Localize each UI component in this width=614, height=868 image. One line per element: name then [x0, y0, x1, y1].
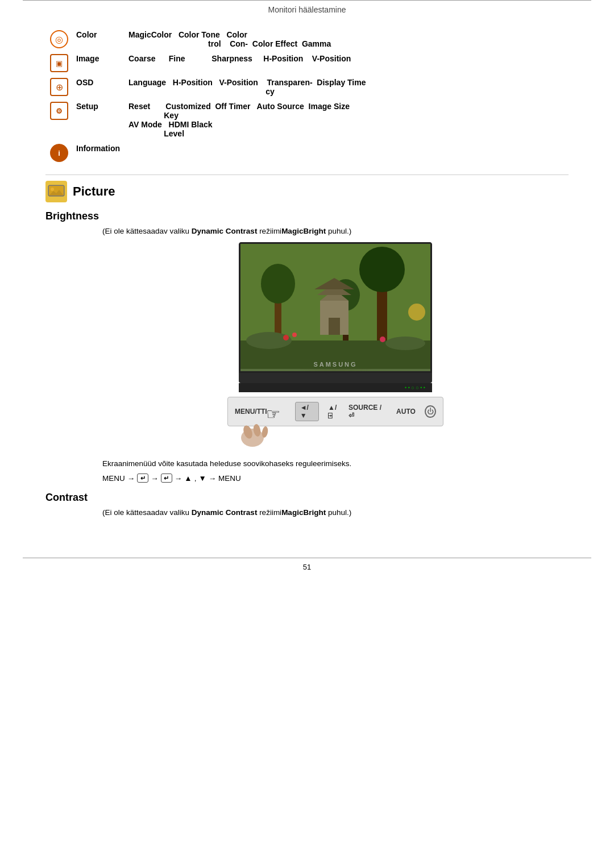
content-area: ◎ Color MagicColor Color Tone Color trol… [0, 21, 614, 546]
arrow-right-2: → [151, 474, 159, 483]
svg-point-21 [380, 337, 385, 342]
image-icon: ▣ [50, 54, 68, 72]
picture-icon [45, 181, 67, 202]
setup-label: Setup [73, 99, 124, 140]
monitor-screen-inner: SAMSUNG [240, 244, 430, 371]
svg-point-17 [246, 332, 292, 349]
contrast-content: (Ei ole kättesaadav valiku Dynamic Contr… [45, 508, 569, 517]
menu-row-color: ◎ Color MagicColor Color Tone Color trol… [47, 28, 567, 51]
contrast-bold1: Dynamic Contrast [192, 508, 258, 517]
page-footer: 51 [23, 558, 591, 571]
osd-label: OSD [73, 76, 124, 98]
hand-pointing-area [227, 422, 443, 450]
hand-svg [235, 422, 275, 450]
svg-point-9 [359, 247, 405, 292]
ctrl-power-button[interactable]: ⏻ [425, 405, 436, 418]
setup-items: Reset Customized Off Timer Auto Source I… [125, 99, 567, 140]
svg-point-20 [292, 333, 297, 337]
osd-icon-cell: ⊕ [47, 76, 72, 98]
brightness-body-text: Ekraanimenüüd võite kasutada heleduse so… [102, 459, 569, 468]
menu-row-information: i Information [47, 142, 567, 164]
image-items: Coarse Fine Sharpness H-Position V-Posit… [125, 52, 567, 74]
color-items: MagicColor Color Tone Color trol Con- Co… [125, 28, 567, 51]
menu-row-setup: ⚙ Setup Reset Customized Off Timer Auto … [47, 99, 567, 140]
screen-content-svg [240, 244, 430, 369]
monitor-status-leds: • • ○ ○ • • [405, 385, 425, 391]
ctrl-auto-label: AUTO [396, 408, 416, 416]
svg-rect-15 [329, 318, 340, 335]
brightness-formula: MENU → ↵ → ↵ → ▲ , ▼ → MENU [102, 474, 569, 483]
svg-point-22 [408, 304, 425, 321]
svg-point-18 [385, 337, 425, 350]
monitor-screen: SAMSUNG [239, 242, 432, 373]
arrow-right-1: → [127, 474, 135, 483]
menu-row-osd: ⊕ OSD Language H-Position V-Position Tra… [47, 76, 567, 98]
contrast-bold2: MagicBright [281, 508, 326, 517]
down-arrow: ▼ [198, 474, 206, 483]
monitor-base: • • ○ ○ • • [239, 383, 432, 392]
information-label: Information [73, 142, 124, 164]
ctrl-source-label: SOURCE / ⏎ [349, 404, 385, 420]
monitor-brand-text: SAMSUNG [313, 361, 357, 368]
ctrl-label-up: ▲/⍈ [328, 404, 339, 420]
settings-menu-table: ◎ Color MagicColor Color Tone Color trol… [45, 27, 569, 165]
svg-point-8 [261, 264, 295, 304]
arrow-right-3: → [175, 474, 182, 483]
page-title: Monitori häälestamine [268, 5, 346, 14]
image-label: Image [73, 52, 124, 74]
hand-pointer-icon: ☞ [266, 405, 280, 423]
brightness-content: (Ei ole kättesaadav valiku Dynamic Contr… [45, 227, 569, 483]
svg-point-19 [283, 335, 289, 340]
color-label: Color [73, 28, 124, 51]
svg-point-2 [51, 188, 54, 191]
brightness-bold2: MagicBright [281, 227, 326, 235]
setup-icon: ⚙ [50, 102, 68, 120]
picture-title: Picture [73, 184, 115, 199]
enter-btn-2: ↵ [161, 474, 172, 483]
section-divider [45, 175, 569, 175]
formula-menu: MENU [102, 474, 125, 483]
monitor-image: SAMSUNG • • ○ ○ • • MENU/TTI ☞ ◄/▼ ▲/⍈ S… [102, 242, 569, 450]
comma: , [194, 474, 197, 483]
menu-button-label: MENU/TTI [235, 408, 267, 416]
picture-section-heading: Picture [45, 181, 569, 202]
page-header: Monitori häälestamine [0, 1, 614, 21]
brightness-heading: Brightness [45, 210, 569, 222]
menu-row-image: ▣ Image Coarse Fine Sharpness H-Position… [47, 52, 567, 74]
page-number: 51 [303, 563, 311, 571]
ctrl-btn-1[interactable]: ◄/▼ [295, 402, 319, 421]
up-arrow: ▲ [184, 474, 192, 483]
image-icon-cell: ▣ [47, 52, 72, 74]
color-icon-cell: ◎ [47, 28, 72, 51]
arrow-right-4: → MENU [209, 474, 241, 483]
setup-icon-cell: ⚙ [47, 99, 72, 140]
brightness-note: (Ei ole kättesaadav valiku Dynamic Contr… [102, 227, 569, 235]
brightness-bold1: Dynamic Contrast [192, 227, 258, 235]
enter-btn-1: ↵ [137, 474, 148, 483]
monitor-stand-top [239, 373, 432, 383]
info-icon-cell: i [47, 142, 72, 164]
contrast-heading: Contrast [45, 492, 569, 504]
contrast-note: (Ei ole kättesaadav valiku Dynamic Contr… [102, 508, 569, 517]
osd-items: Language H-Position V-Position Transpare… [125, 76, 567, 98]
picture-svg-icon [48, 185, 65, 198]
information-icon: i [50, 144, 68, 162]
osd-icon: ⊕ [50, 78, 68, 96]
color-icon: ◎ [50, 30, 68, 48]
